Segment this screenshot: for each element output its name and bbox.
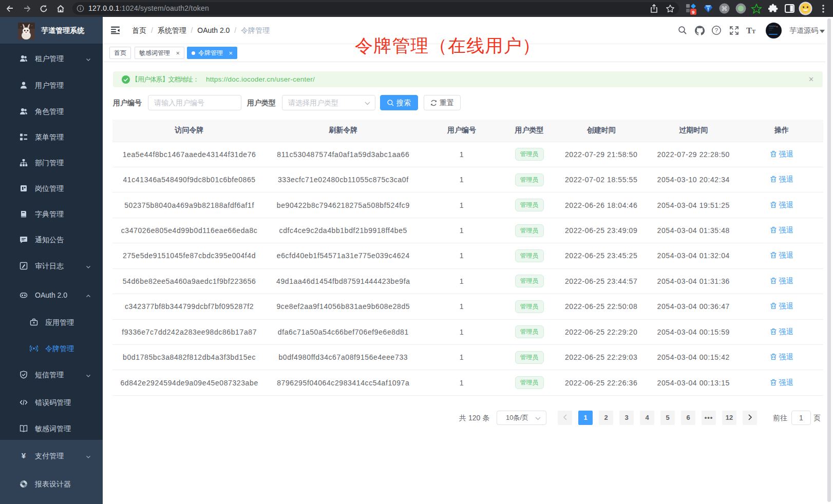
svg-text:?: ?: [715, 27, 718, 33]
svg-text:T: T: [752, 28, 756, 34]
svg-text:⌘: ⌘: [721, 5, 727, 12]
svg-text:9: 9: [692, 9, 694, 14]
